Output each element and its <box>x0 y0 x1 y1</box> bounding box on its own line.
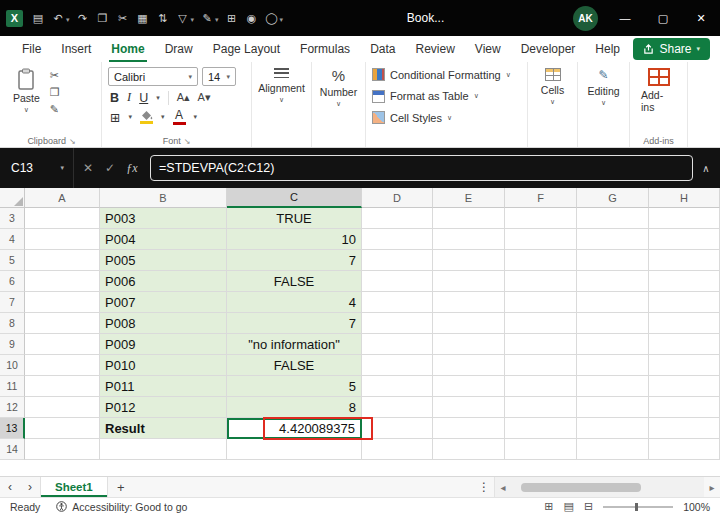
cell-A8[interactable] <box>25 313 100 334</box>
cancel-icon[interactable]: ✕ <box>78 161 98 175</box>
column-header-B[interactable]: B <box>100 188 227 208</box>
cell-C11[interactable]: 5 <box>227 376 362 397</box>
close-button[interactable]: ✕ <box>682 0 720 36</box>
sheet-next-icon[interactable]: › <box>20 480 40 494</box>
cell-E6[interactable] <box>433 271 505 292</box>
undo-dropdown-icon[interactable]: ▾ <box>66 16 70 24</box>
column-header-A[interactable]: A <box>25 188 100 208</box>
increase-font-button[interactable]: A▴ <box>177 91 190 104</box>
redo-icon[interactable]: ↷ <box>73 6 93 30</box>
cell-B12[interactable]: P012 <box>100 397 227 418</box>
select-all-corner[interactable] <box>0 188 25 208</box>
filter-icon[interactable]: ▽ <box>173 6 193 30</box>
add-sheet-button[interactable]: + <box>108 480 134 495</box>
cell-H6[interactable] <box>649 271 720 292</box>
tab-view[interactable]: View <box>465 36 511 62</box>
cell-F10[interactable] <box>505 355 577 376</box>
cell-A7[interactable] <box>25 292 100 313</box>
cell-E8[interactable] <box>433 313 505 334</box>
format-painter-icon[interactable]: ✎ <box>50 103 60 116</box>
cell-B3[interactable]: P003 <box>100 208 227 229</box>
cell-E4[interactable] <box>433 229 505 250</box>
cell-B14[interactable] <box>100 439 227 460</box>
copy-icon[interactable]: ❐ <box>50 86 60 99</box>
cell-G14[interactable] <box>577 439 649 460</box>
cell-B8[interactable]: P008 <box>100 313 227 334</box>
qat-dropdown-icon[interactable]: ▾ <box>280 16 284 24</box>
cell-A10[interactable] <box>25 355 100 376</box>
cell-C7[interactable]: 4 <box>227 292 362 313</box>
cell-G4[interactable] <box>577 229 649 250</box>
cell-A14[interactable] <box>25 439 100 460</box>
enter-icon[interactable]: ✓ <box>100 161 120 175</box>
tab-formulas[interactable]: Formulas <box>290 36 360 62</box>
cell-G11[interactable] <box>577 376 649 397</box>
tab-page-layout[interactable]: Page Layout <box>203 36 290 62</box>
page-break-view-icon[interactable]: ⊟ <box>584 500 593 513</box>
borders-button[interactable]: ⊞ <box>110 110 120 125</box>
cell-B10[interactable]: P010 <box>100 355 227 376</box>
cut-quick-icon[interactable]: ✂ <box>113 6 133 30</box>
page-layout-view-icon[interactable]: ▤ <box>564 500 574 513</box>
row-header-13[interactable]: 13 <box>0 418 25 439</box>
scrollbar-menu-icon[interactable]: ⋮ <box>474 480 494 494</box>
addins-button[interactable]: Add-ins <box>636 66 681 115</box>
cell-F13[interactable] <box>505 418 577 439</box>
cell-A3[interactable] <box>25 208 100 229</box>
font-color-dropdown-icon[interactable]: ▾ <box>194 113 198 121</box>
name-box[interactable]: C13 ▾ <box>2 148 74 188</box>
cell-H12[interactable] <box>649 397 720 418</box>
zoom-level[interactable]: 100% <box>683 501 710 513</box>
cell-E7[interactable] <box>433 292 505 313</box>
underline-button[interactable]: U <box>139 91 148 105</box>
cell-E10[interactable] <box>433 355 505 376</box>
cell-B11[interactable]: P011 <box>100 376 227 397</box>
row-header-9[interactable]: 9 <box>0 334 25 355</box>
row-header-12[interactable]: 12 <box>0 397 25 418</box>
cell-C13-selected[interactable]: 4.420089375 <box>227 418 362 439</box>
tab-draw[interactable]: Draw <box>155 36 203 62</box>
row-header-5[interactable]: 5 <box>0 250 25 271</box>
cell-H8[interactable] <box>649 313 720 334</box>
underline-dropdown-icon[interactable]: ▾ <box>156 94 160 102</box>
column-header-C[interactable]: C <box>227 188 362 208</box>
row-header-14[interactable]: 14 <box>0 439 25 460</box>
scroll-right-icon[interactable]: ▸ <box>704 482 720 493</box>
excel-logo-icon[interactable]: X <box>6 10 23 27</box>
sheet-tab-sheet1[interactable]: Sheet1 <box>40 477 108 497</box>
cell-B9[interactable]: P009 <box>100 334 227 355</box>
cell-F4[interactable] <box>505 229 577 250</box>
scrollbar-thumb[interactable] <box>521 483 641 492</box>
cell-H13[interactable] <box>649 418 720 439</box>
cell-G7[interactable] <box>577 292 649 313</box>
cell-B4[interactable]: P004 <box>100 229 227 250</box>
sort-icon[interactable]: ⇅ <box>153 6 173 30</box>
italic-button[interactable]: I <box>127 90 131 105</box>
cell-D13[interactable] <box>362 418 433 439</box>
cell-F14[interactable] <box>505 439 577 460</box>
cell-F8[interactable] <box>505 313 577 334</box>
cell-E13[interactable] <box>433 418 505 439</box>
tab-developer[interactable]: Developer <box>511 36 586 62</box>
cell-H5[interactable] <box>649 250 720 271</box>
font-dialog-launcher-icon[interactable]: ↘ <box>184 137 191 146</box>
cell-G3[interactable] <box>577 208 649 229</box>
row-header-10[interactable]: 10 <box>0 355 25 376</box>
cell-C3[interactable]: TRUE <box>227 208 362 229</box>
decrease-font-button[interactable]: A▾ <box>198 91 211 104</box>
save-icon[interactable]: ▤ <box>28 6 48 30</box>
cell-H11[interactable] <box>649 376 720 397</box>
font-size-select[interactable]: 14 ▾ <box>202 67 236 86</box>
cell-A11[interactable] <box>25 376 100 397</box>
cell-E3[interactable] <box>433 208 505 229</box>
number-button[interactable]: % Number ∨ <box>315 66 362 110</box>
cell-G9[interactable] <box>577 334 649 355</box>
cell-C8[interactable]: 7 <box>227 313 362 334</box>
account-avatar[interactable]: AK <box>573 6 598 31</box>
cell-E5[interactable] <box>433 250 505 271</box>
maximize-button[interactable]: ▢ <box>644 0 682 36</box>
minimize-button[interactable]: — <box>606 0 644 36</box>
accessibility-status[interactable]: Accessibility: Good to go <box>56 501 187 513</box>
normal-view-icon[interactable]: ⊞ <box>544 500 553 513</box>
cell-A9[interactable] <box>25 334 100 355</box>
